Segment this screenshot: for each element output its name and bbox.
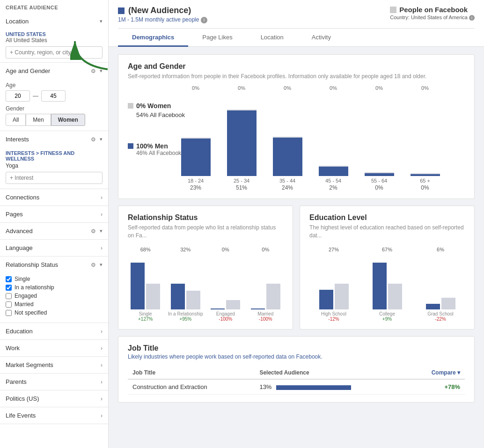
pages-chevron: › bbox=[101, 211, 103, 218]
location-section: Location ▾ UNITED STATES All United Stat… bbox=[0, 13, 108, 63]
bar-wrapper-65 bbox=[404, 92, 446, 176]
parents-section[interactable]: Parents › bbox=[0, 374, 108, 390]
rel-status-header[interactable]: Relationship Status ⚙ ▾ bbox=[0, 257, 108, 273]
rel-status-gear-icon[interactable]: ⚙ bbox=[91, 262, 96, 268]
rel-married-selected-bar bbox=[251, 308, 265, 309]
advanced-label: Advanced bbox=[6, 228, 33, 235]
rel-single-pct: 68% bbox=[140, 247, 151, 252]
bar-group-65: 0% 65 + 0% bbox=[404, 85, 446, 191]
rel-engaged-checkbox[interactable] bbox=[6, 293, 12, 299]
edu-hs-change: -12% bbox=[328, 316, 339, 322]
interest-input[interactable] bbox=[6, 172, 103, 184]
language-section[interactable]: Language › bbox=[0, 240, 108, 257]
life-events-section[interactable]: Life Events › bbox=[0, 407, 108, 424]
interests-section: Interests ⚙ ▾ INTERESTS > FITNESS AND WE… bbox=[0, 131, 108, 189]
age-row: — bbox=[6, 90, 103, 102]
bar-men-18-24 bbox=[181, 139, 211, 176]
tab-activity[interactable]: Activity bbox=[298, 29, 345, 47]
job-title-header: Job Title bbox=[128, 344, 465, 353]
rel-married-name: Married bbox=[257, 311, 273, 316]
edu-card-subtitle: The highest level of education reached b… bbox=[309, 224, 465, 240]
bar-age-label-65: 65 + bbox=[420, 178, 430, 184]
rel-engaged-bars bbox=[208, 253, 243, 309]
rel-card-subtitle: Self-reported data from people who list … bbox=[128, 224, 283, 240]
audience-header: (New Audience) 1M - 1.5M monthly active … bbox=[109, 0, 484, 47]
audience-info-icon[interactable]: i bbox=[201, 17, 207, 23]
life-events-label: Life Events bbox=[6, 412, 36, 419]
rel-inrel-compare-bar bbox=[186, 291, 200, 309]
bar-age-label-25-34: 25 - 34 bbox=[234, 178, 249, 184]
bar-men-pct-45-54: 2% bbox=[329, 184, 337, 191]
rel-single-change: +127% bbox=[138, 316, 153, 322]
market-segments-section[interactable]: Market Segments › bbox=[0, 357, 108, 374]
job-table: Job Title Selected Audience Compare ▾ Co… bbox=[128, 367, 465, 395]
tab-page-likes[interactable]: Page Likes bbox=[188, 29, 246, 47]
bar-age-label-45-54: 45 - 54 bbox=[325, 178, 341, 184]
edu-bar-chart: 27% High School -12% 67% bbox=[309, 247, 465, 322]
interests-content: INTERESTS > FITNESS AND WELLNESS Yoga bbox=[0, 147, 108, 189]
location-section-header[interactable]: Location ▾ bbox=[0, 13, 108, 29]
rel-married-bars bbox=[248, 253, 284, 309]
gender-all-button[interactable]: All bbox=[6, 114, 26, 126]
age-min-input[interactable] bbox=[6, 90, 30, 102]
edu-grad-pct: 6% bbox=[437, 247, 444, 252]
rel-engaged-selected-bar bbox=[211, 308, 225, 309]
pages-section[interactable]: Pages › bbox=[0, 206, 108, 223]
age-gender-header[interactable]: Age and Gender ⚙ ▾ bbox=[0, 63, 108, 79]
bar-wrapper-55-64 bbox=[358, 92, 400, 176]
rel-bar-single: 68% Single +127% bbox=[128, 247, 163, 322]
bar-men-pct-18-24: 23% bbox=[190, 184, 201, 191]
job-title-card: Job Title Likely industries where people… bbox=[118, 336, 475, 403]
rel-married: Married bbox=[6, 301, 103, 308]
work-chevron: › bbox=[101, 345, 103, 352]
bar-group-55-64: 0% 55 - 64 0% bbox=[358, 85, 400, 191]
tab-demographics[interactable]: Demographics bbox=[118, 29, 188, 47]
interests-gear-icon[interactable]: ⚙ bbox=[91, 136, 96, 143]
work-section[interactable]: Work › bbox=[0, 340, 108, 357]
age-gender-gear-icon[interactable]: ⚙ bbox=[91, 68, 96, 74]
rel-inrel-change: +95% bbox=[179, 316, 191, 322]
edu-college-pct: 67% bbox=[382, 247, 392, 252]
education-section[interactable]: Education › bbox=[0, 323, 108, 340]
interests-label: Interests bbox=[6, 136, 29, 143]
advanced-header[interactable]: Advanced ⚙ ▾ bbox=[0, 223, 108, 239]
location-input[interactable] bbox=[6, 46, 103, 59]
rel-inrel-selected-bar bbox=[171, 284, 185, 309]
advanced-gear-icon[interactable]: ⚙ bbox=[91, 228, 96, 235]
age-gender-card: Age and Gender Self-reported information… bbox=[118, 54, 475, 199]
connections-section[interactable]: Connections › bbox=[0, 189, 108, 206]
age-dash: — bbox=[33, 93, 38, 99]
bar-men-pct-35-44: 24% bbox=[282, 184, 293, 191]
language-chevron: › bbox=[101, 245, 103, 251]
women-box-icon bbox=[128, 103, 133, 109]
rel-single-checkbox[interactable] bbox=[6, 276, 12, 282]
compare-button[interactable]: Compare ▾ bbox=[432, 369, 460, 376]
bar-men-65 bbox=[411, 174, 440, 176]
rel-bar-married: 0% Married -100% bbox=[248, 247, 284, 322]
rel-card-title: Relationship Status bbox=[128, 213, 283, 222]
rel-married-checkbox[interactable] bbox=[6, 301, 12, 308]
edu-hs-pct: 27% bbox=[329, 247, 339, 252]
interests-path: INTERESTS > FITNESS AND WELLNESS bbox=[6, 150, 103, 162]
job-title-sub: Likely industries where people work base… bbox=[128, 353, 465, 360]
bar-women-pct-45-54: 0% bbox=[330, 85, 337, 91]
politics-section[interactable]: Politics (US) › bbox=[0, 390, 108, 407]
bar-wrapper-45-54 bbox=[312, 92, 354, 176]
all-locations-label: All United States bbox=[6, 37, 103, 44]
gender-men-button[interactable]: Men bbox=[26, 114, 51, 126]
age-gender-card-subtitle: Self-reported information from people in… bbox=[128, 73, 465, 81]
rel-in-relationship-checkbox[interactable] bbox=[6, 285, 12, 291]
interests-value: Yoga bbox=[6, 162, 103, 169]
age-max-input[interactable] bbox=[41, 90, 66, 102]
life-events-chevron: › bbox=[101, 412, 103, 419]
bar-men-pct-55-64: 0% bbox=[375, 184, 383, 191]
tab-location[interactable]: Location bbox=[247, 29, 298, 47]
country-label: UNITED STATES bbox=[6, 31, 103, 37]
bar-group-35-44: 0% 35 - 44 24% bbox=[266, 85, 308, 191]
people-fb-info-icon[interactable]: i bbox=[469, 15, 475, 21]
rel-inrel-pct: 32% bbox=[180, 247, 191, 252]
audience-pct-cell: 13% bbox=[255, 379, 407, 395]
rel-not-specified-checkbox[interactable] bbox=[6, 310, 12, 316]
gender-women-button[interactable]: Women bbox=[51, 114, 85, 126]
interests-header[interactable]: Interests ⚙ ▾ bbox=[0, 131, 108, 147]
